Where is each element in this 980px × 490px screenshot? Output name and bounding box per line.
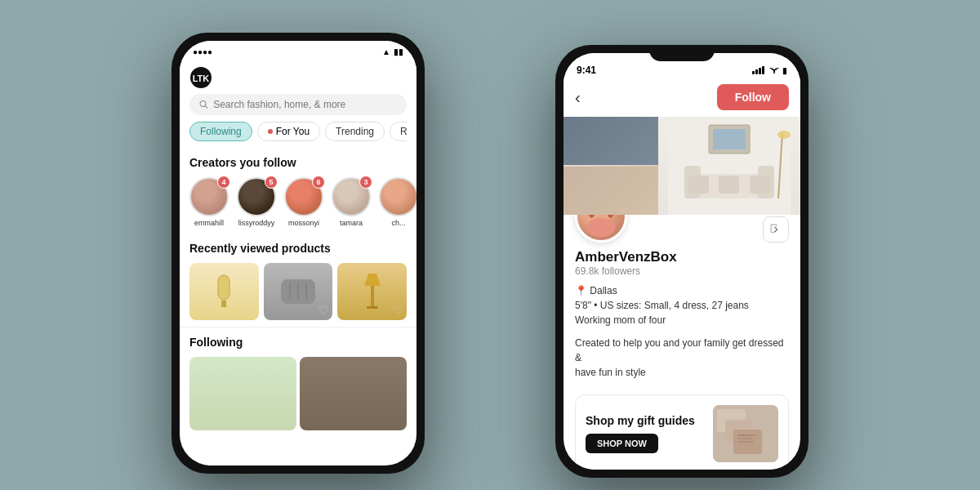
creator-item[interactable]: 3 tamara (332, 177, 371, 227)
tabs-row: Following For You Trending Recently Join… (189, 122, 407, 143)
heart-icon[interactable]: ♡ (245, 304, 256, 317)
shop-now-button[interactable]: SHOP NOW (586, 434, 658, 453)
cover-left (564, 117, 658, 215)
svg-rect-20 (750, 176, 770, 194)
creator-item[interactable]: 4 emmahill (189, 177, 229, 227)
creator-item[interactable]: 5 lissyroddyy (237, 177, 276, 227)
share-button[interactable] (763, 216, 789, 243)
gift-card-left: Shop my gift guides SHOP NOW (586, 414, 705, 453)
creator-badge: 4 (217, 176, 230, 189)
follow-button[interactable]: Follow (717, 84, 789, 110)
heart-icon[interactable]: ♡ (318, 304, 329, 317)
cover-right-image (658, 117, 800, 215)
creator-avatar-wrap (379, 177, 416, 216)
back-phone-screen: ●●●● ▲ ▮▮ LTK (180, 41, 416, 466)
tab-following[interactable]: Following (189, 122, 252, 141)
room-background (658, 117, 800, 215)
profile-section: AmberVenzBox 69.8k followers 📍 Dallas 5'… (564, 190, 800, 388)
front-phone: 9:41 (555, 45, 808, 478)
creator-name: tamara (340, 219, 363, 227)
products-section-title: Recently viewed products (180, 234, 416, 260)
ltk-logo: LTK (189, 66, 407, 89)
tab-trending[interactable]: Trending (325, 122, 385, 141)
products-row: ♡ ♡ (180, 260, 416, 327)
following-grid (180, 354, 416, 434)
svg-rect-18 (688, 176, 709, 194)
creator-name: lissyroddyy (238, 219, 275, 227)
svg-rect-12 (367, 306, 378, 309)
svg-point-24 (777, 131, 791, 139)
following-card[interactable] (300, 357, 407, 430)
creators-section-title: Creators you follow (180, 148, 416, 174)
share-icon (770, 224, 782, 235)
creator-badge: 3 (359, 176, 372, 189)
creator-avatar-wrap: 5 (237, 177, 276, 216)
front-top-bar: ‹ Follow (564, 79, 800, 117)
profile-name: AmberVenzBox (575, 249, 789, 265)
cover-collage (564, 117, 800, 215)
tab-recently-joined[interactable]: Recently Joined (390, 122, 407, 141)
creator-avatar-wrap: 3 (332, 177, 371, 216)
back-status-signal: ●●●● (193, 47, 212, 56)
cover-top-image (564, 117, 658, 165)
room-svg (668, 117, 791, 215)
status-time: 9:41 (577, 65, 596, 76)
following-card[interactable] (189, 357, 296, 430)
following-section: Following (180, 327, 416, 434)
search-bar[interactable] (189, 94, 407, 115)
back-status-bar: ●●●● ▲ ▮▮ (180, 41, 416, 60)
following-section-title: Following (180, 327, 416, 354)
creator-item[interactable]: 6 mossonyi (284, 177, 323, 227)
lamp-icon (360, 270, 385, 314)
back-status-icons: ▲ ▮▮ (382, 47, 403, 56)
gift-card-title: Shop my gift guides (586, 414, 705, 427)
location-pin-icon: 📍 (575, 285, 587, 296)
profile-cover (564, 117, 800, 215)
creator-item[interactable]: ch... (379, 177, 416, 227)
profile-bio: 📍 Dallas 5'8" • US sizes: Small, 4 dress… (575, 283, 789, 327)
svg-point-13 (773, 72, 775, 74)
creators-row: 4 emmahill 5 lissyroddyy 6 (180, 174, 416, 234)
creator-avatar-wrap: 4 (189, 177, 229, 216)
search-input[interactable] (213, 99, 397, 110)
creator-badge: 5 (265, 176, 278, 189)
profile-measurements: 5'8" • US sizes: Small, 4 dress, 27 jean… (575, 298, 789, 313)
product-card[interactable]: ♡ (264, 263, 333, 320)
creator-name: mossonyi (288, 219, 319, 227)
cover-bottom-image (564, 167, 658, 215)
pillow-icon (278, 275, 318, 308)
profile-followers: 69.8k followers (575, 265, 789, 277)
back-header: LTK Following For You Trending Recently … (180, 60, 416, 148)
svg-rect-34 (737, 434, 755, 436)
creator-name: emmahill (194, 219, 224, 227)
signal-icon (752, 66, 764, 74)
back-phone: ●●●● ▲ ▮▮ LTK (172, 33, 425, 474)
battery-icon: ▮ (782, 66, 787, 75)
gift-image-svg (713, 405, 778, 462)
heart-icon[interactable]: ♡ (393, 304, 403, 317)
wifi-icon (769, 65, 779, 75)
profile-created-text: Created to help you and your family get … (575, 336, 789, 380)
profile-bio-line: Working mom of four (575, 313, 789, 327)
battery-icon: ▮▮ (394, 47, 403, 56)
svg-rect-36 (737, 441, 754, 443)
svg-rect-11 (371, 286, 374, 306)
gift-card[interactable]: Shop my gift guides SHOP NOW (575, 394, 789, 470)
creator-avatar (379, 177, 416, 216)
svg-line-3 (205, 106, 207, 108)
svg-text:LTK: LTK (193, 74, 210, 83)
back-arrow-icon[interactable]: ‹ (575, 88, 581, 107)
svg-rect-35 (737, 438, 752, 439)
product-card[interactable]: ♡ (189, 263, 259, 320)
product-card[interactable]: ♡ (337, 263, 407, 320)
tab-for-you[interactable]: For You (257, 122, 320, 141)
wifi-icon: ▲ (382, 47, 390, 56)
svg-point-26 (587, 218, 616, 237)
svg-rect-22 (713, 129, 746, 149)
mirror-icon (212, 271, 236, 312)
svg-rect-5 (221, 301, 226, 307)
svg-rect-4 (218, 275, 229, 300)
gift-card-image (713, 405, 778, 462)
svg-rect-19 (719, 176, 739, 194)
scene: ●●●● ▲ ▮▮ LTK (41, 16, 939, 474)
